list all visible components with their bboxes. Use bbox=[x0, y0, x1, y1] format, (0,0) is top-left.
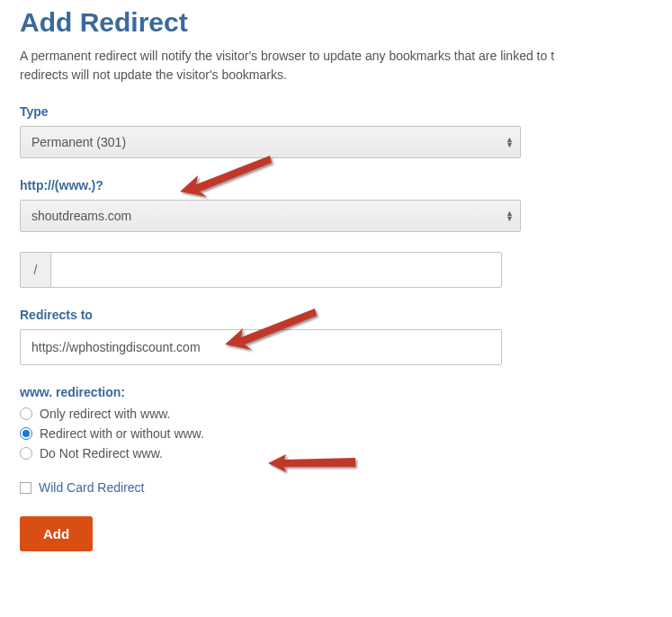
wildcard-label: Wild Card Redirect bbox=[39, 480, 144, 495]
www-redirection-label: www. redirection: bbox=[20, 385, 652, 399]
redirects-to-label: Redirects to bbox=[20, 308, 652, 322]
radio-with-or-without-www[interactable]: Redirect with or without www. bbox=[20, 426, 652, 441]
radio-do-not-redirect-www[interactable]: Do Not Redirect www. bbox=[20, 446, 652, 461]
page-description: A permanent redirect will notify the vis… bbox=[20, 47, 652, 85]
radio-only-www[interactable]: Only redirect with www. bbox=[20, 407, 652, 421]
domain-select[interactable]: shoutdreams.com bbox=[20, 200, 521, 232]
page-title: Add Redirect bbox=[20, 7, 652, 38]
type-select[interactable]: Permanent (301) bbox=[20, 126, 521, 158]
radio-label: Redirect with or without www. bbox=[40, 426, 204, 441]
type-label: Type bbox=[20, 104, 652, 119]
domain-label: http://(www.)? bbox=[20, 178, 652, 192]
path-input[interactable] bbox=[50, 252, 502, 288]
checkbox-icon bbox=[20, 482, 31, 494]
redirects-to-input[interactable] bbox=[20, 329, 502, 365]
www-redirection-group: Only redirect with www. Redirect with or… bbox=[20, 407, 652, 461]
wildcard-checkbox-row[interactable]: Wild Card Redirect bbox=[20, 480, 652, 495]
radio-icon bbox=[20, 447, 32, 460]
path-prefix: / bbox=[20, 252, 50, 288]
radio-label: Do Not Redirect www. bbox=[40, 446, 163, 461]
radio-label: Only redirect with www. bbox=[40, 407, 170, 421]
radio-icon bbox=[20, 427, 32, 440]
radio-icon bbox=[20, 407, 32, 420]
add-button[interactable]: Add bbox=[20, 516, 93, 551]
